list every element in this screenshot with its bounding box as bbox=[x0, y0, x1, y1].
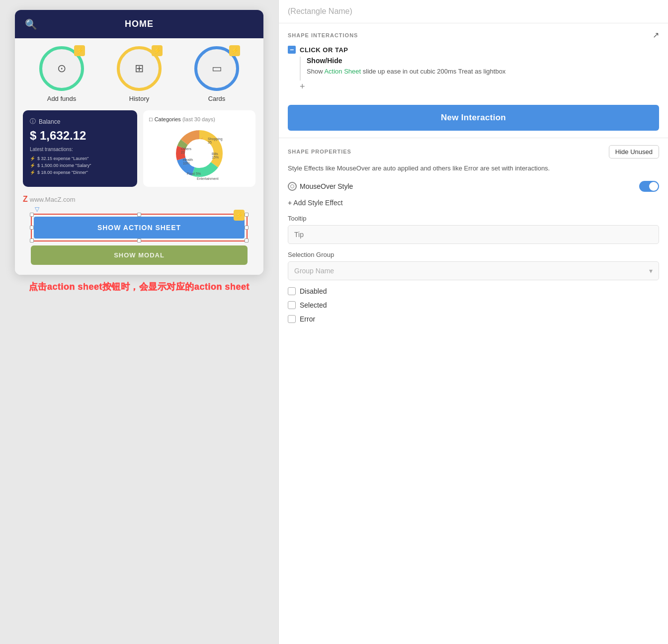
action-desc-suffix: slide up ease in out cubic 200ms Treat a… bbox=[361, 68, 505, 75]
left-panel: 🔍 HOME ⊙ ⚡ Add funds ⊞ ⚡ bbox=[0, 0, 278, 644]
add-action-button[interactable]: + bbox=[300, 80, 659, 93]
history-icon: ⊞ bbox=[135, 62, 144, 75]
handle-tr bbox=[245, 213, 249, 217]
watermark: Z www.MacZ.com bbox=[23, 195, 255, 204]
add-funds-circle: ⊙ ⚡ bbox=[39, 46, 84, 91]
external-link-icon[interactable]: ↗ bbox=[653, 30, 659, 40]
tooltip-label: Tooltip bbox=[288, 215, 659, 222]
cards-circle: ▭ ⚡ bbox=[194, 46, 239, 91]
svg-text:Bills: Bills bbox=[212, 152, 218, 156]
right-panel: (Rectangle Name) SHAPE INTERACTIONS ↗ − … bbox=[278, 0, 668, 644]
watermark-text: www.MacZ.com bbox=[30, 196, 76, 203]
mouseover-toggle[interactable] bbox=[639, 181, 659, 192]
phone-header: 🔍 HOME bbox=[15, 10, 263, 38]
selected-row: Selected bbox=[288, 301, 659, 309]
categories-card: □ Categories (last 30 days) bbox=[143, 110, 255, 187]
trigger-label: CLICK OR TAP bbox=[300, 46, 348, 54]
action-name: Show/Hide bbox=[307, 57, 659, 65]
add-funds-icon: ⊙ bbox=[57, 62, 66, 75]
error-label: Error bbox=[300, 315, 315, 323]
properties-section: SHAPE PROPERTIES Hide Unused Style Effec… bbox=[279, 138, 668, 644]
rectangle-name-bar: (Rectangle Name) bbox=[279, 0, 668, 23]
categories-icon: □ bbox=[149, 116, 153, 122]
selection-group-placeholder: Group Name bbox=[294, 267, 334, 275]
properties-description: Style Effects like MouseOver are auto ap… bbox=[288, 163, 659, 173]
phone-body: ⊙ ⚡ Add funds ⊞ ⚡ History ▭ ⚡ bbox=[15, 38, 263, 275]
show-action-container[interactable]: ▽ ⚡ SHOW ACTION SHEET bbox=[31, 214, 248, 242]
collapse-button[interactable]: − bbox=[288, 46, 296, 54]
handle-br bbox=[245, 239, 249, 242]
cards-row: ⓘ Balance $ 1,632.12 Latest transactions… bbox=[23, 110, 255, 187]
error-checkbox[interactable] bbox=[288, 315, 296, 323]
balance-icon: ⓘ bbox=[30, 117, 36, 126]
selection-group-label: Selection Group bbox=[288, 251, 659, 258]
top-indicator: ▽ bbox=[35, 206, 39, 213]
home-title: HOME bbox=[125, 19, 154, 29]
handle-mr bbox=[245, 226, 249, 230]
cards-label: Cards bbox=[208, 95, 226, 102]
cards-badge: ⚡ bbox=[229, 45, 240, 56]
handle-ml bbox=[30, 226, 34, 230]
cards-item[interactable]: ▭ ⚡ Cards bbox=[194, 46, 239, 102]
hide-unused-button[interactable]: Hide Unused bbox=[609, 145, 659, 159]
add-funds-label: Add funds bbox=[47, 95, 77, 102]
svg-text:15%: 15% bbox=[212, 156, 219, 159]
svg-text:Food 5%: Food 5% bbox=[187, 172, 201, 175]
balance-card: ⓘ Balance $ 1,632.12 Latest transactions… bbox=[23, 110, 137, 187]
categories-header: □ Categories (last 30 days) bbox=[149, 116, 250, 122]
history-item[interactable]: ⊞ ⚡ History bbox=[117, 46, 162, 102]
cards-icon: ▭ bbox=[212, 62, 222, 75]
categories-title: Categories (last 30 days) bbox=[155, 116, 215, 122]
svg-text:23: 23 bbox=[181, 151, 185, 154]
action-description: Show Action Sheet slide up ease in out c… bbox=[307, 67, 659, 77]
history-circle: ⊞ ⚡ bbox=[117, 46, 162, 91]
show-modal-button[interactable]: SHOW MODAL bbox=[31, 245, 248, 265]
properties-header: SHAPE PROPERTIES Hide Unused bbox=[288, 145, 659, 159]
tooltip-input[interactable] bbox=[288, 225, 659, 244]
balance-latest-label: Latest transactions: bbox=[30, 147, 130, 152]
action-desc-highlight: Action Sheet bbox=[324, 68, 361, 75]
interaction-trigger: − CLICK OR TAP bbox=[288, 46, 659, 54]
mouseover-row: MouseOver Style bbox=[288, 181, 659, 192]
properties-title: SHAPE PROPERTIES bbox=[288, 149, 351, 155]
add-style-effect-button[interactable]: + Add Style Effect bbox=[288, 199, 659, 207]
transaction-2: ⚡$ 1,500.00 income "Salary" bbox=[30, 162, 130, 169]
search-icon[interactable]: 🔍 bbox=[25, 18, 37, 30]
interactions-header: SHAPE INTERACTIONS ↗ bbox=[288, 30, 659, 40]
interaction-action: Show/Hide Show Action Sheet slide up eas… bbox=[300, 57, 659, 80]
balance-title: Balance bbox=[39, 118, 60, 125]
handle-tm bbox=[137, 213, 141, 217]
interaction-group: − CLICK OR TAP Show/Hide Show Action She… bbox=[288, 46, 659, 93]
phone-mockup: 🔍 HOME ⊙ ⚡ Add funds ⊞ ⚡ bbox=[15, 10, 263, 275]
action-desc-prefix: Show bbox=[307, 68, 324, 75]
disabled-checkbox[interactable] bbox=[288, 287, 296, 295]
svg-text:Health: Health bbox=[183, 158, 193, 161]
selection-group-dropdown[interactable]: Group Name ▾ bbox=[288, 261, 659, 280]
action-sheet-badge: ⚡ bbox=[234, 210, 245, 221]
show-action-button[interactable]: SHOW ACTION SHEET bbox=[34, 217, 245, 239]
svg-text:10%: 10% bbox=[183, 161, 190, 165]
interactions-title: SHAPE INTERACTIONS bbox=[288, 32, 358, 38]
balance-card-header: ⓘ Balance bbox=[30, 117, 130, 126]
svg-text:Entertainment: Entertainment bbox=[197, 177, 219, 180]
svg-text:12%: 12% bbox=[202, 180, 209, 181]
donut-chart: Shopping 35 Bills 15% Others 23 Health 1… bbox=[149, 126, 250, 181]
new-interaction-button[interactable]: New Interaction bbox=[288, 105, 659, 131]
selected-checkbox[interactable] bbox=[288, 301, 296, 309]
z-icon: Z bbox=[23, 195, 28, 204]
disabled-label: Disabled bbox=[300, 287, 327, 295]
balance-amount: $ 1,632.12 bbox=[30, 129, 130, 143]
transaction-3: ⚡$ 18.00 expense "Dinner" bbox=[30, 169, 130, 176]
mouseover-label: MouseOver Style bbox=[288, 182, 353, 191]
handle-bm bbox=[137, 239, 141, 242]
history-badge: ⚡ bbox=[152, 45, 163, 56]
chevron-down-icon: ▾ bbox=[649, 267, 653, 275]
add-funds-item[interactable]: ⊙ ⚡ Add funds bbox=[39, 46, 84, 102]
handle-bl bbox=[30, 239, 34, 242]
error-row: Error bbox=[288, 315, 659, 323]
svg-text:Others: Others bbox=[181, 147, 192, 151]
selected-label: Selected bbox=[300, 301, 327, 309]
handle-tl bbox=[30, 213, 34, 217]
target-icon bbox=[288, 182, 297, 191]
history-label: History bbox=[129, 95, 149, 102]
